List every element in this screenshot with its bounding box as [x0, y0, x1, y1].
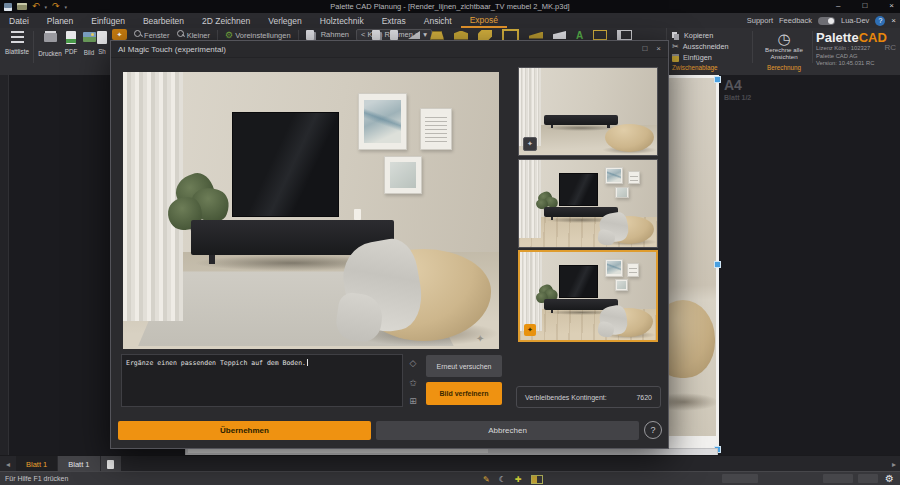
berechne-alle-ansichten-button[interactable]: ◷ Berechne alle Ansichten — [758, 31, 810, 60]
settings-gear-icon-status[interactable]: ⚙ — [885, 473, 894, 484]
scene-art — [629, 265, 637, 275]
dialog-header[interactable]: AI Magic Touch (experimental) □ × — [111, 41, 668, 58]
tabs-scroll-right-icon[interactable]: ▸ — [892, 460, 896, 469]
menu-ansicht[interactable]: Ansicht — [415, 14, 461, 28]
ausschneiden-button[interactable]: ✂ Ausschneiden — [672, 41, 729, 52]
ai-magic-touch-button[interactable]: ✦ — [112, 29, 127, 40]
thumbnail-badge: ✦ — [523, 137, 537, 151]
scene-leg — [607, 125, 609, 128]
palette-cad-window: ↶ ▾ ↷ ▾ Palette CAD Planung - [Render_li… — [0, 0, 900, 485]
feedback-toggle[interactable] — [818, 17, 835, 25]
tabs-scroll-left-icon[interactable]: ◂ — [0, 460, 16, 469]
show-button[interactable]: Sh — [94, 30, 110, 55]
scene-pouf — [665, 300, 715, 378]
scene-leg — [551, 217, 553, 220]
sheet-tab-bar: ◂ Blatt 1 Blatt 1 ▸ — [0, 455, 900, 472]
status-field-1[interactable] — [722, 474, 758, 483]
sheet-info-label: Blatt 1/2 — [724, 94, 751, 101]
layer-box-icon[interactable] — [531, 475, 543, 484]
sheet-list-icon — [11, 31, 24, 44]
maximize-button[interactable]: □ — [862, 1, 867, 10]
frame2-shape-icon[interactable] — [593, 30, 607, 40]
document-close-icon[interactable]: × — [891, 16, 896, 25]
toggle-knob — [828, 18, 834, 24]
einfuegen-button[interactable]: Einfügen — [672, 52, 729, 63]
roof-shape-icon[interactable] — [430, 31, 444, 40]
menu-2d-zeichnen[interactable]: 2D Zeichnen — [193, 14, 259, 28]
menu-planen[interactable]: Planen — [38, 14, 82, 28]
dialog-title: AI Magic Touch (experimental) — [118, 45, 226, 54]
menu-bearbeiten[interactable]: Bearbeiten — [134, 14, 193, 28]
menu-expose[interactable]: Exposé — [461, 14, 507, 28]
scene-art — [607, 261, 621, 275]
copy-page-icon[interactable] — [372, 30, 380, 40]
open-box-shape-icon[interactable] — [478, 30, 492, 40]
menu-datei[interactable]: Datei — [0, 14, 38, 28]
new-page-icon — [107, 460, 114, 469]
menu-einfuegen[interactable]: Einfügen — [82, 14, 134, 28]
blattliste-button[interactable]: Blattliste — [4, 30, 30, 55]
scrollbar-thumb[interactable] — [188, 449, 488, 453]
version-text: Version: 10.45.031 RC — [816, 60, 896, 68]
sheet-tab-2[interactable]: Blatt 1 — [57, 456, 99, 472]
diamond-icon[interactable]: ◇ — [407, 357, 419, 369]
star-icon[interactable]: ✩ — [407, 377, 419, 389]
duo-box-icon[interactable] — [617, 30, 632, 40]
grid-icon[interactable]: ⊞ — [407, 395, 419, 407]
kopieren-button[interactable]: Kopieren — [672, 30, 729, 41]
blattliste-label: Blattliste — [4, 48, 30, 55]
scene-tv — [232, 112, 339, 217]
selection-handle[interactable] — [714, 76, 721, 83]
zoom-smaller-icon — [177, 30, 185, 38]
box-shape-icon[interactable] — [454, 31, 468, 40]
close-button[interactable]: × — [889, 1, 894, 10]
apply-button[interactable]: Übernehmen — [118, 421, 371, 440]
feedback-link[interactable]: Feedback — [779, 16, 812, 25]
help-icon[interactable]: ? — [875, 16, 885, 26]
copy-icon — [672, 32, 680, 40]
status-bar: Für Hilfe F1 drücken ✎ ☾ ✚ ⚙ — [0, 471, 900, 485]
variant-thumbnail-3-selected[interactable]: ✦ — [518, 250, 658, 342]
wedge-shape-icon[interactable] — [529, 32, 543, 39]
rahmen-label: Rahmen — [321, 30, 349, 39]
minimize-button[interactable]: – — [836, 1, 840, 10]
status-hint: Für Hilfe F1 drücken — [5, 475, 68, 482]
panel-shape-icon[interactable] — [553, 31, 566, 39]
menu-extras[interactable]: Extras — [373, 14, 415, 28]
kleiner-button[interactable]: Kleiner — [177, 30, 210, 40]
scene-tv — [559, 173, 598, 206]
clock-icon: ◷ — [758, 31, 810, 46]
status-field-3[interactable] — [858, 474, 878, 483]
plus-icon[interactable]: ✚ — [515, 475, 522, 484]
frame-page-icon[interactable] — [306, 30, 314, 40]
variant-thumbnail-1[interactable]: ✦ — [518, 67, 658, 156]
sheet-tab-1[interactable]: Blatt 1 — [16, 456, 57, 472]
fenster-button[interactable]: Fenster — [134, 30, 170, 40]
variant-thumbnail-2[interactable] — [518, 159, 658, 248]
document-page[interactable] — [662, 75, 719, 449]
selection-handle[interactable] — [714, 261, 721, 268]
dialog-close-icon[interactable]: × — [656, 44, 661, 53]
scene-leg — [551, 310, 553, 313]
moon-icon[interactable]: ☾ — [499, 475, 506, 484]
scene-sideboard — [544, 115, 619, 126]
status-field-2[interactable] — [823, 474, 853, 483]
pencil-icon[interactable]: ✎ — [483, 475, 490, 484]
menu-verlegen[interactable]: Verlegen — [259, 14, 311, 28]
user-label: Lua-Dev — [841, 16, 869, 25]
voreinstellungen-button[interactable]: ⚙ Voreinstellungen — [225, 30, 291, 40]
menu-holztechnik[interactable]: Holztechnik — [311, 14, 373, 28]
scene-leg — [551, 125, 553, 128]
new-sheet-button[interactable] — [100, 456, 121, 472]
window-controls: – □ × — [836, 1, 894, 10]
text-tool-icon[interactable]: A — [576, 30, 583, 41]
scene-art — [364, 100, 402, 143]
ramp-shape-icon[interactable] — [408, 31, 420, 39]
dialog-maximize-icon[interactable]: □ — [642, 44, 647, 53]
printer-icon — [44, 33, 57, 42]
main-preview-image — [123, 72, 499, 349]
blank-page-icon[interactable] — [390, 30, 398, 40]
support-link[interactable]: Support — [747, 16, 773, 25]
prompt-input[interactable]: Ergänze einen passenden Teppich auf dem … — [121, 354, 403, 407]
scene-art — [617, 281, 627, 289]
